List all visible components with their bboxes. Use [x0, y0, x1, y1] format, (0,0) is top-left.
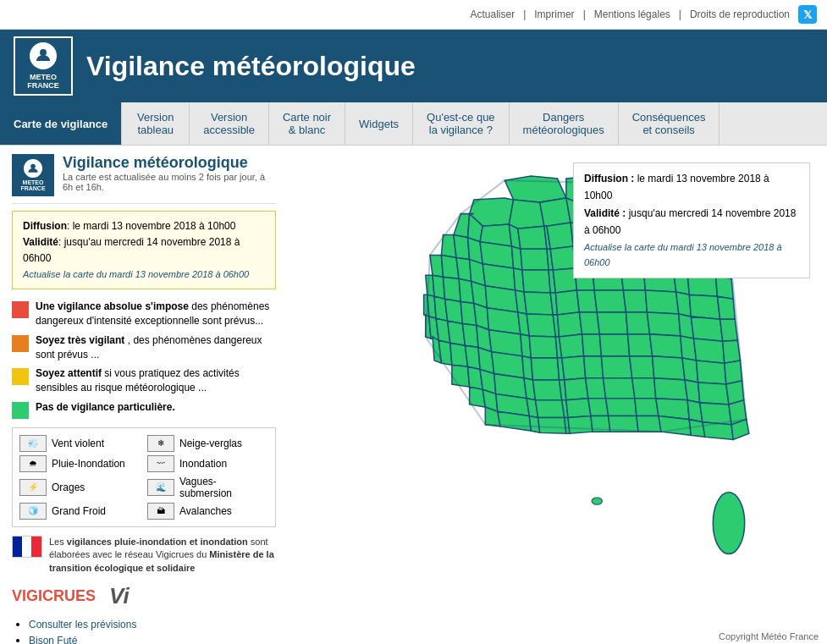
map-info-box: Diffusion : le mardi 13 novembre 2018 à …	[573, 162, 810, 278]
svg-point-173	[592, 498, 602, 504]
info-subtitle: La carte est actualisée au moins 2 fois …	[63, 172, 276, 192]
legend-item-red: Une vigilance absolue s'impose des phéno…	[12, 300, 276, 328]
diffusion-link[interactable]: Actualise la carte du mardi 13 novembre …	[23, 267, 265, 283]
svg-marker-87	[558, 312, 582, 337]
inondation-icon: 〰	[147, 455, 174, 472]
imprimer-link[interactable]: Imprimer	[534, 8, 574, 20]
logo-line2: FRANCE	[27, 81, 59, 90]
logo-line1: METEO	[30, 73, 57, 81]
nav-consequences[interactable]: Conséquenceset conseils	[619, 102, 720, 145]
icon-grandfroid: 🧊 Grand Froid	[19, 503, 141, 520]
svg-marker-168	[659, 416, 691, 435]
svg-marker-125	[630, 356, 654, 378]
legend-text-red: Une vigilance absolue s'impose des phéno…	[36, 300, 276, 328]
svg-marker-112	[723, 340, 741, 363]
svg-marker-76	[718, 296, 736, 319]
svg-marker-154	[635, 399, 659, 416]
legend-item-orange: Soyez très vigilant , des phénomènes dan…	[12, 333, 276, 362]
legend-color-green	[12, 402, 29, 419]
vent-label: Vent violent	[52, 438, 104, 449]
svg-marker-127	[682, 358, 698, 383]
legend: Une vigilance absolue s'impose des phéno…	[12, 300, 276, 419]
vigicrues-logo[interactable]: VIGICRUES	[12, 587, 96, 605]
svg-marker-120	[531, 358, 559, 380]
nav-carte-vigilance[interactable]: Carte de vigilance	[0, 102, 122, 145]
nav-version-tableau[interactable]: Versiontableau	[122, 102, 190, 145]
actualiser-link[interactable]: Actualiser	[470, 8, 515, 20]
legend-color-yellow	[12, 368, 29, 385]
svg-marker-143	[698, 383, 729, 405]
svg-marker-111	[693, 339, 724, 363]
svg-marker-36	[550, 246, 575, 270]
icon-neige: ❄ Neige-verglas	[147, 435, 268, 452]
info-text: Vigilance météorologique La carte est ac…	[63, 154, 276, 192]
legend-text-green: Pas de vigilance particulière.	[36, 400, 175, 415]
icon-vent: 💨 Vent violent	[19, 435, 141, 452]
sep3: |	[679, 8, 681, 20]
diffusion-line1: Diffusion: le mardi 13 novembre 2018 à 1…	[23, 218, 265, 234]
avalanches-label: Avalanches	[179, 505, 232, 517]
avalanches-icon: 🏔	[147, 503, 174, 520]
svg-marker-73	[645, 290, 678, 314]
neige-icon: ❄	[147, 435, 174, 452]
svg-marker-71	[594, 290, 626, 312]
nav-version-accessible[interactable]: Versionaccessible	[190, 102, 269, 145]
icons-grid: 💨 Vent violent ❄ Neige-verglas 🌧 Pluie-I…	[12, 427, 276, 527]
pluie-icon: 🌧	[19, 455, 47, 472]
vi-logo[interactable]: Vi	[109, 583, 130, 609]
svg-marker-50	[522, 270, 550, 293]
nav-widgets[interactable]: Widgets	[345, 102, 413, 145]
diffusion-info-label: Diffusion :	[584, 173, 637, 184]
links-section: Consulter les prévisions Bison Futé Vigi…	[12, 618, 276, 644]
icon-vagues: 🌊 Vagues-submersion	[147, 476, 268, 499]
svg-marker-123	[584, 356, 604, 378]
svg-point-0	[40, 49, 47, 56]
logo: METEO FRANCE	[14, 36, 73, 96]
logo-icon	[30, 42, 57, 69]
svg-marker-85	[527, 314, 555, 337]
svg-marker-137	[565, 378, 588, 400]
actualise-info[interactable]: Actualise la carte du mardi 13 novembre …	[584, 239, 799, 271]
small-logo-line1: METEO	[23, 179, 44, 185]
link-bisonfute[interactable]: Bison Futé	[29, 635, 77, 644]
ministry-text: Les vigilances pluie-inondation et inond…	[49, 536, 276, 575]
nav-carte-noir-blanc[interactable]: Carte noir& blanc	[269, 102, 345, 145]
svg-marker-80	[445, 299, 463, 323]
legend-item-green: Pas de vigilance particulière.	[12, 400, 276, 419]
grandfroid-label: Grand Froid	[52, 505, 106, 517]
left-panel: METEO FRANCE Vigilance météorologique La…	[0, 146, 288, 644]
svg-marker-72	[623, 290, 647, 312]
svg-marker-75	[689, 294, 719, 319]
diffusion-line2: Validité: jusqu'au mercredi 14 novembre …	[23, 234, 265, 267]
nav-questce[interactable]: Qu'est-ce quela vigilance ?	[413, 102, 510, 145]
svg-marker-8	[540, 198, 571, 226]
small-logo-icon	[24, 159, 42, 178]
map-area: Diffusion : le mardi 13 novembre 2018 à …	[288, 146, 827, 644]
nav-dangers[interactable]: Dangersmétéorologiques	[510, 102, 619, 145]
mentions-link[interactable]: Mentions légales	[594, 8, 670, 20]
diffusion-label2: Validité	[23, 236, 58, 248]
map-container: Diffusion : le mardi 13 novembre 2018 à …	[296, 154, 819, 628]
sep2: |	[583, 8, 586, 20]
french-flag	[12, 536, 42, 558]
diffusion-label1: Diffusion	[23, 220, 67, 232]
vagues-label: Vagues-submersion	[179, 476, 268, 499]
droits-link[interactable]: Droits de reproduction	[690, 8, 790, 20]
svg-marker-128	[697, 361, 726, 384]
svg-marker-140	[632, 378, 656, 399]
svg-marker-34	[521, 249, 549, 270]
svg-marker-151	[566, 399, 591, 418]
orages-icon: ⚡	[19, 479, 47, 496]
svg-marker-164	[568, 416, 593, 433]
twitter-icon[interactable]: 𝕏	[798, 5, 817, 24]
top-bar: Actualiser | Imprimer | Mentions légales…	[0, 0, 827, 30]
link-previsions[interactable]: Consulter les prévisions	[29, 619, 136, 630]
svg-marker-138	[586, 378, 606, 399]
legend-item-yellow: Soyez attentif si vous pratiquez des act…	[12, 366, 276, 395]
validite-label: Validité :	[584, 207, 629, 219]
svg-marker-30	[454, 235, 470, 260]
svg-marker-21	[547, 223, 573, 249]
vagues-icon: 🌊	[147, 479, 174, 496]
small-logo: METEO FRANCE	[12, 154, 54, 196]
svg-marker-109	[650, 334, 682, 358]
